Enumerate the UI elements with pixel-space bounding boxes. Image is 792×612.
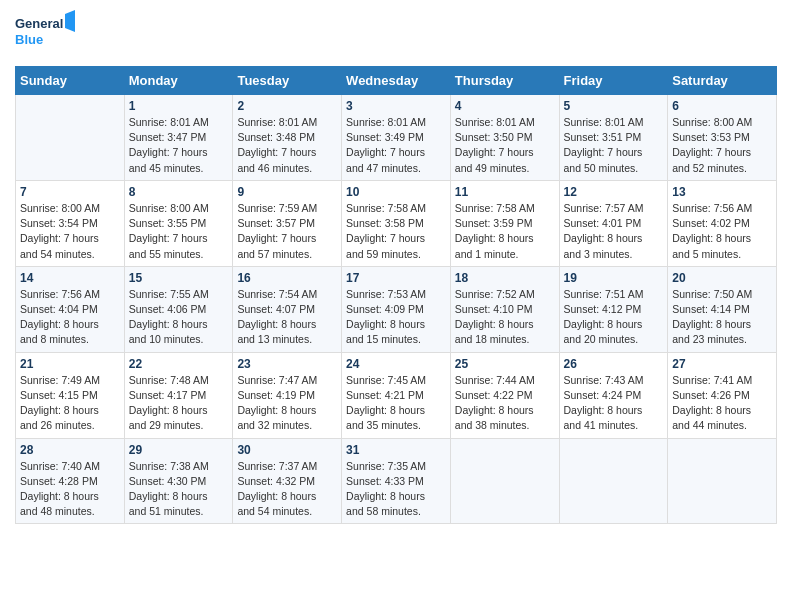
cell-content: Sunrise: 7:47 AMSunset: 4:19 PMDaylight:… xyxy=(237,373,337,434)
day-number: 5 xyxy=(564,99,664,113)
cell-content: Sunrise: 8:01 AMSunset: 3:50 PMDaylight:… xyxy=(455,115,555,176)
header-day-thursday: Thursday xyxy=(450,67,559,95)
calendar-cell: 14Sunrise: 7:56 AMSunset: 4:04 PMDayligh… xyxy=(16,266,125,352)
calendar-cell: 24Sunrise: 7:45 AMSunset: 4:21 PMDayligh… xyxy=(342,352,451,438)
calendar-cell: 15Sunrise: 7:55 AMSunset: 4:06 PMDayligh… xyxy=(124,266,233,352)
day-number: 11 xyxy=(455,185,555,199)
cell-content: Sunrise: 7:50 AMSunset: 4:14 PMDaylight:… xyxy=(672,287,772,348)
cell-content: Sunrise: 7:48 AMSunset: 4:17 PMDaylight:… xyxy=(129,373,229,434)
calendar-cell: 29Sunrise: 7:38 AMSunset: 4:30 PMDayligh… xyxy=(124,438,233,524)
day-number: 22 xyxy=(129,357,229,371)
cell-content: Sunrise: 8:01 AMSunset: 3:51 PMDaylight:… xyxy=(564,115,664,176)
day-number: 18 xyxy=(455,271,555,285)
day-number: 29 xyxy=(129,443,229,457)
day-number: 20 xyxy=(672,271,772,285)
calendar-cell xyxy=(16,95,125,181)
calendar-cell: 10Sunrise: 7:58 AMSunset: 3:58 PMDayligh… xyxy=(342,180,451,266)
header-day-saturday: Saturday xyxy=(668,67,777,95)
cell-content: Sunrise: 7:45 AMSunset: 4:21 PMDaylight:… xyxy=(346,373,446,434)
cell-content: Sunrise: 8:01 AMSunset: 3:47 PMDaylight:… xyxy=(129,115,229,176)
cell-content: Sunrise: 7:53 AMSunset: 4:09 PMDaylight:… xyxy=(346,287,446,348)
cell-content: Sunrise: 7:38 AMSunset: 4:30 PMDaylight:… xyxy=(129,459,229,520)
cell-content: Sunrise: 7:44 AMSunset: 4:22 PMDaylight:… xyxy=(455,373,555,434)
calendar-cell xyxy=(450,438,559,524)
cell-content: Sunrise: 7:58 AMSunset: 3:58 PMDaylight:… xyxy=(346,201,446,262)
cell-content: Sunrise: 8:00 AMSunset: 3:54 PMDaylight:… xyxy=(20,201,120,262)
calendar-cell: 31Sunrise: 7:35 AMSunset: 4:33 PMDayligh… xyxy=(342,438,451,524)
calendar-cell: 21Sunrise: 7:49 AMSunset: 4:15 PMDayligh… xyxy=(16,352,125,438)
cell-content: Sunrise: 7:49 AMSunset: 4:15 PMDaylight:… xyxy=(20,373,120,434)
day-number: 9 xyxy=(237,185,337,199)
day-number: 17 xyxy=(346,271,446,285)
svg-text:General: General xyxy=(15,16,63,31)
calendar-cell: 26Sunrise: 7:43 AMSunset: 4:24 PMDayligh… xyxy=(559,352,668,438)
calendar-cell xyxy=(668,438,777,524)
header-row: SundayMondayTuesdayWednesdayThursdayFrid… xyxy=(16,67,777,95)
page-header: General Blue xyxy=(15,10,777,58)
day-number: 2 xyxy=(237,99,337,113)
cell-content: Sunrise: 8:01 AMSunset: 3:48 PMDaylight:… xyxy=(237,115,337,176)
calendar-cell: 16Sunrise: 7:54 AMSunset: 4:07 PMDayligh… xyxy=(233,266,342,352)
cell-content: Sunrise: 7:37 AMSunset: 4:32 PMDaylight:… xyxy=(237,459,337,520)
cell-content: Sunrise: 7:58 AMSunset: 3:59 PMDaylight:… xyxy=(455,201,555,262)
cell-content: Sunrise: 7:57 AMSunset: 4:01 PMDaylight:… xyxy=(564,201,664,262)
logo-svg: General Blue xyxy=(15,10,75,58)
calendar-cell: 19Sunrise: 7:51 AMSunset: 4:12 PMDayligh… xyxy=(559,266,668,352)
day-number: 4 xyxy=(455,99,555,113)
calendar-cell: 6Sunrise: 8:00 AMSunset: 3:53 PMDaylight… xyxy=(668,95,777,181)
day-number: 15 xyxy=(129,271,229,285)
calendar-cell: 22Sunrise: 7:48 AMSunset: 4:17 PMDayligh… xyxy=(124,352,233,438)
svg-marker-2 xyxy=(65,10,75,32)
calendar-cell: 2Sunrise: 8:01 AMSunset: 3:48 PMDaylight… xyxy=(233,95,342,181)
day-number: 25 xyxy=(455,357,555,371)
calendar-cell: 8Sunrise: 8:00 AMSunset: 3:55 PMDaylight… xyxy=(124,180,233,266)
cell-content: Sunrise: 8:01 AMSunset: 3:49 PMDaylight:… xyxy=(346,115,446,176)
calendar-cell: 11Sunrise: 7:58 AMSunset: 3:59 PMDayligh… xyxy=(450,180,559,266)
day-number: 28 xyxy=(20,443,120,457)
cell-content: Sunrise: 7:54 AMSunset: 4:07 PMDaylight:… xyxy=(237,287,337,348)
calendar-cell: 3Sunrise: 8:01 AMSunset: 3:49 PMDaylight… xyxy=(342,95,451,181)
cell-content: Sunrise: 7:52 AMSunset: 4:10 PMDaylight:… xyxy=(455,287,555,348)
day-number: 26 xyxy=(564,357,664,371)
week-row-4: 21Sunrise: 7:49 AMSunset: 4:15 PMDayligh… xyxy=(16,352,777,438)
cell-content: Sunrise: 8:00 AMSunset: 3:53 PMDaylight:… xyxy=(672,115,772,176)
cell-content: Sunrise: 7:59 AMSunset: 3:57 PMDaylight:… xyxy=(237,201,337,262)
day-number: 6 xyxy=(672,99,772,113)
svg-text:Blue: Blue xyxy=(15,32,43,47)
cell-content: Sunrise: 7:35 AMSunset: 4:33 PMDaylight:… xyxy=(346,459,446,520)
day-number: 27 xyxy=(672,357,772,371)
calendar-cell: 25Sunrise: 7:44 AMSunset: 4:22 PMDayligh… xyxy=(450,352,559,438)
header-day-tuesday: Tuesday xyxy=(233,67,342,95)
cell-content: Sunrise: 7:43 AMSunset: 4:24 PMDaylight:… xyxy=(564,373,664,434)
calendar-cell: 9Sunrise: 7:59 AMSunset: 3:57 PMDaylight… xyxy=(233,180,342,266)
day-number: 8 xyxy=(129,185,229,199)
week-row-3: 14Sunrise: 7:56 AMSunset: 4:04 PMDayligh… xyxy=(16,266,777,352)
cell-content: Sunrise: 8:00 AMSunset: 3:55 PMDaylight:… xyxy=(129,201,229,262)
calendar-cell: 18Sunrise: 7:52 AMSunset: 4:10 PMDayligh… xyxy=(450,266,559,352)
day-number: 24 xyxy=(346,357,446,371)
calendar-cell: 27Sunrise: 7:41 AMSunset: 4:26 PMDayligh… xyxy=(668,352,777,438)
calendar-cell: 7Sunrise: 8:00 AMSunset: 3:54 PMDaylight… xyxy=(16,180,125,266)
week-row-1: 1Sunrise: 8:01 AMSunset: 3:47 PMDaylight… xyxy=(16,95,777,181)
calendar-cell: 5Sunrise: 8:01 AMSunset: 3:51 PMDaylight… xyxy=(559,95,668,181)
calendar-cell: 17Sunrise: 7:53 AMSunset: 4:09 PMDayligh… xyxy=(342,266,451,352)
logo: General Blue xyxy=(15,10,75,58)
cell-content: Sunrise: 7:56 AMSunset: 4:04 PMDaylight:… xyxy=(20,287,120,348)
calendar-body: 1Sunrise: 8:01 AMSunset: 3:47 PMDaylight… xyxy=(16,95,777,524)
calendar-cell: 20Sunrise: 7:50 AMSunset: 4:14 PMDayligh… xyxy=(668,266,777,352)
day-number: 12 xyxy=(564,185,664,199)
day-number: 31 xyxy=(346,443,446,457)
calendar-table: SundayMondayTuesdayWednesdayThursdayFrid… xyxy=(15,66,777,524)
day-number: 13 xyxy=(672,185,772,199)
day-number: 19 xyxy=(564,271,664,285)
day-number: 14 xyxy=(20,271,120,285)
cell-content: Sunrise: 7:56 AMSunset: 4:02 PMDaylight:… xyxy=(672,201,772,262)
day-number: 7 xyxy=(20,185,120,199)
calendar-cell: 30Sunrise: 7:37 AMSunset: 4:32 PMDayligh… xyxy=(233,438,342,524)
week-row-5: 28Sunrise: 7:40 AMSunset: 4:28 PMDayligh… xyxy=(16,438,777,524)
day-number: 30 xyxy=(237,443,337,457)
header-day-sunday: Sunday xyxy=(16,67,125,95)
calendar-cell: 1Sunrise: 8:01 AMSunset: 3:47 PMDaylight… xyxy=(124,95,233,181)
day-number: 21 xyxy=(20,357,120,371)
calendar-cell: 12Sunrise: 7:57 AMSunset: 4:01 PMDayligh… xyxy=(559,180,668,266)
